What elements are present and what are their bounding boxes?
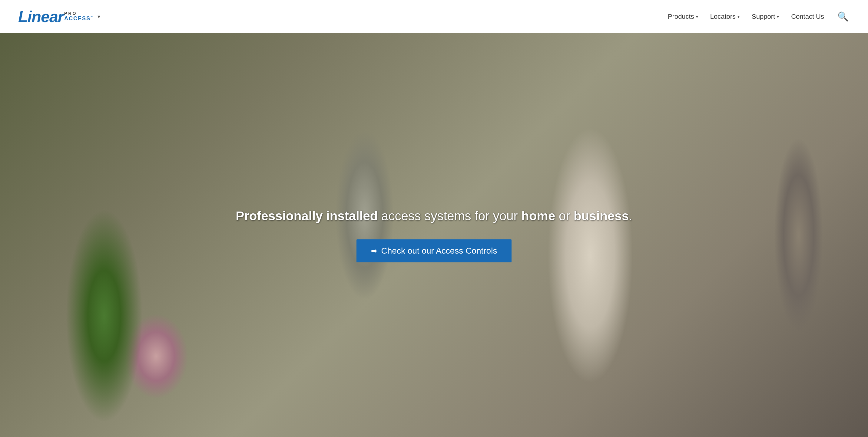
logo[interactable]: Linear PRO ACCESS™ [18,9,94,25]
logo-brand-name: Linear [18,9,64,25]
search-icon: 🔍 [837,11,848,22]
hero-headline-bold-business: business [574,209,629,223]
nav-contact[interactable]: Contact Us [791,13,824,21]
logo-dropdown-arrow[interactable]: ▾ [97,13,100,20]
nav-products-label: Products [668,13,694,21]
nav-locators-label: Locators [710,13,736,21]
logo-pro: PRO [64,11,94,15]
nav-locators[interactable]: Locators ▾ [710,13,740,21]
nav-support-label: Support [752,13,775,21]
cta-label: Check out our Access Controls [381,246,497,256]
hero-headline-bold-home: home [521,209,555,223]
nav-support[interactable]: Support ▾ [752,13,779,21]
hero-headline-text2: or [555,209,574,223]
logo-area[interactable]: Linear PRO ACCESS™ ▾ [18,9,100,25]
logo-subtext: PRO ACCESS™ [64,11,94,22]
cta-access-controls-button[interactable]: ➡ Check out our Access Controls [356,239,512,262]
hero-headline-bold-installed: Professionally installed [236,209,378,223]
site-header: Linear PRO ACCESS™ ▾ Products ▾ Locators… [0,0,868,33]
nav-products[interactable]: Products ▾ [668,13,698,21]
hero-headline-period: . [629,209,632,223]
nav-locators-chevron: ▾ [738,14,740,19]
nav-contact-label: Contact Us [791,13,824,21]
main-nav: Products ▾ Locators ▾ Support ▾ Contact … [668,10,850,23]
nav-support-chevron: ▾ [777,14,779,19]
search-button[interactable]: 🔍 [836,10,850,23]
hero-headline: Professionally installed access systems … [236,208,632,225]
hero-headline-text1: access systems for your [378,209,521,223]
hero-content: Professionally installed access systems … [229,202,638,269]
nav-products-chevron: ▾ [696,14,698,19]
logo-access: ACCESS™ [64,15,94,22]
cta-arrow-icon: ➡ [371,247,377,255]
hero-section: Professionally installed access systems … [0,33,868,437]
